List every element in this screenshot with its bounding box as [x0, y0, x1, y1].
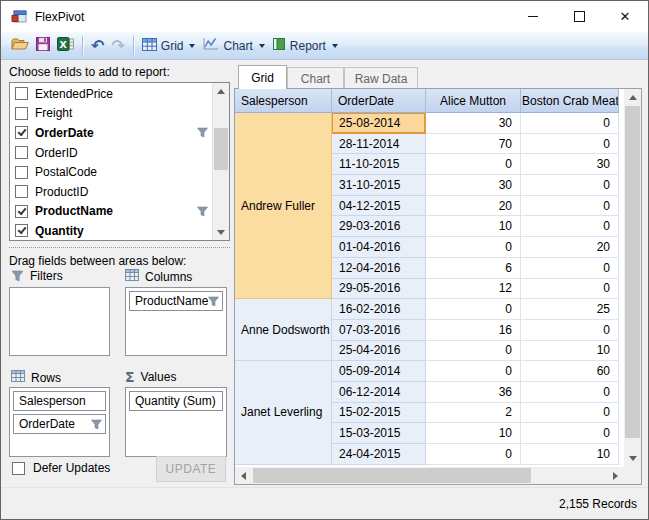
- date-cell[interactable]: 15-03-2015: [332, 423, 426, 444]
- field-item-productid[interactable]: ProductID: [10, 182, 212, 202]
- value-cell[interactable]: 0: [521, 382, 619, 403]
- field-checkbox[interactable]: [15, 185, 28, 198]
- maximize-button[interactable]: [556, 1, 602, 32]
- value-cell[interactable]: 16: [426, 320, 521, 341]
- value-cell[interactable]: 0: [426, 361, 521, 382]
- value-cell[interactable]: 0: [521, 258, 619, 279]
- value-cell[interactable]: 0: [426, 237, 521, 258]
- report-menu-button[interactable]: Report: [269, 35, 341, 57]
- scroll-up-button[interactable]: [213, 83, 229, 99]
- horizontal-scrollbar[interactable]: [235, 467, 624, 484]
- date-cell[interactable]: 29-05-2016: [332, 279, 426, 300]
- scroll-down-button[interactable]: [624, 450, 641, 467]
- date-cell[interactable]: 16-02-2016: [332, 299, 426, 320]
- field-item-freight[interactable]: Freight: [10, 104, 212, 124]
- date-cell[interactable]: 25-04-2016: [332, 341, 426, 362]
- date-cell[interactable]: 25-08-2014: [332, 113, 426, 134]
- save-button[interactable]: [33, 35, 53, 57]
- redo-button[interactable]: ↷: [108, 35, 127, 57]
- value-cell[interactable]: 12: [426, 279, 521, 300]
- field-item-productname[interactable]: ProductName: [10, 202, 212, 222]
- filter-icon[interactable]: [197, 206, 208, 217]
- field-checkbox[interactable]: [15, 107, 28, 120]
- value-cell[interactable]: 0: [426, 154, 521, 175]
- filter-icon[interactable]: [197, 127, 208, 138]
- field-checkbox[interactable]: [15, 126, 28, 139]
- date-cell[interactable]: 06-12-2014: [332, 382, 426, 403]
- pivot-field-orderdate[interactable]: OrderDate: [13, 414, 106, 434]
- value-cell[interactable]: 0: [426, 341, 521, 362]
- tab-chart[interactable]: Chart: [287, 67, 344, 89]
- values-drop-area[interactable]: Quantity (Sum): [125, 387, 227, 457]
- minimize-button[interactable]: [510, 1, 556, 32]
- field-item-orderdate[interactable]: OrderDate: [10, 123, 212, 143]
- pivot-field-quantity-sum-[interactable]: Quantity (Sum): [129, 391, 223, 411]
- date-cell[interactable]: 07-03-2016: [332, 320, 426, 341]
- field-item-postalcode[interactable]: PostalCode: [10, 162, 212, 182]
- value-cell[interactable]: 20: [426, 196, 521, 217]
- columns-drop-area[interactable]: ProductName: [125, 287, 227, 356]
- field-item-extendedprice[interactable]: ExtendedPrice: [10, 84, 212, 104]
- field-list-scrollbar[interactable]: [212, 83, 229, 240]
- value-cell[interactable]: 2: [426, 403, 521, 424]
- value-cell[interactable]: 6: [426, 258, 521, 279]
- value-cell[interactable]: 0: [521, 423, 619, 444]
- scrollbar-thumb[interactable]: [253, 468, 531, 483]
- field-checkbox[interactable]: [15, 146, 28, 159]
- pivot-field-productname[interactable]: ProductName: [129, 291, 223, 311]
- column-header-orderdate[interactable]: OrderDate: [332, 89, 426, 113]
- value-cell[interactable]: 30: [426, 113, 521, 134]
- date-cell[interactable]: 05-09-2014: [332, 361, 426, 382]
- field-checkbox[interactable]: [15, 87, 28, 100]
- value-cell[interactable]: 60: [521, 361, 619, 382]
- defer-updates-checkbox[interactable]: [12, 462, 25, 475]
- date-cell[interactable]: 31-10-2015: [332, 175, 426, 196]
- value-cell[interactable]: 25: [521, 299, 619, 320]
- date-cell[interactable]: 15-02-2015: [332, 403, 426, 424]
- value-cell[interactable]: 0: [521, 196, 619, 217]
- column-header-alice-mutton[interactable]: Alice Mutton: [426, 89, 521, 113]
- date-cell[interactable]: 29-03-2016: [332, 216, 426, 237]
- scroll-left-button[interactable]: [235, 467, 252, 484]
- scroll-down-button[interactable]: [213, 224, 229, 240]
- date-cell[interactable]: 04-12-2015: [332, 196, 426, 217]
- value-cell[interactable]: 0: [521, 320, 619, 341]
- value-cell[interactable]: 0: [521, 403, 619, 424]
- column-header-salesperson[interactable]: Salesperson: [235, 89, 332, 113]
- close-button[interactable]: ✕: [602, 1, 648, 32]
- scrollbar-thumb[interactable]: [625, 106, 640, 438]
- value-cell[interactable]: 30: [426, 175, 521, 196]
- tab-grid[interactable]: Grid: [238, 65, 287, 89]
- chart-menu-button[interactable]: Chart: [199, 35, 267, 57]
- group-cell-salesperson[interactable]: Andrew Fuller: [235, 113, 332, 299]
- date-cell[interactable]: 28-11-2014: [332, 134, 426, 155]
- grid-menu-button[interactable]: Grid: [139, 35, 199, 57]
- value-cell[interactable]: 0: [521, 216, 619, 237]
- scrollbar-thumb[interactable]: [214, 128, 228, 170]
- filter-icon[interactable]: [208, 296, 219, 307]
- date-cell[interactable]: 24-04-2015: [332, 444, 426, 465]
- update-button[interactable]: UPDATE: [156, 456, 226, 482]
- filters-drop-area[interactable]: [9, 287, 110, 356]
- date-cell[interactable]: 11-10-2015: [332, 154, 426, 175]
- value-cell[interactable]: 36: [426, 382, 521, 403]
- value-cell[interactable]: 10: [521, 444, 619, 465]
- group-cell-salesperson[interactable]: Janet Leverling: [235, 361, 332, 464]
- value-cell[interactable]: 0: [521, 175, 619, 196]
- field-item-orderid[interactable]: OrderID: [10, 143, 212, 163]
- value-cell[interactable]: 70: [426, 134, 521, 155]
- filter-icon[interactable]: [91, 419, 102, 430]
- value-cell[interactable]: 0: [426, 299, 521, 320]
- rows-drop-area[interactable]: SalespersonOrderDate: [9, 387, 110, 457]
- value-cell[interactable]: 30: [521, 154, 619, 175]
- field-item-quantity[interactable]: Quantity: [10, 221, 212, 241]
- undo-button[interactable]: ↶: [88, 35, 107, 57]
- value-cell[interactable]: 0: [426, 444, 521, 465]
- value-cell[interactable]: 0: [521, 113, 619, 134]
- tab-raw-data[interactable]: Raw Data: [344, 67, 418, 89]
- field-checkbox[interactable]: [15, 166, 28, 179]
- group-cell-salesperson[interactable]: Anne Dodsworth: [235, 299, 332, 361]
- date-cell[interactable]: 12-04-2016: [332, 258, 426, 279]
- value-cell[interactable]: 10: [426, 423, 521, 444]
- pivot-field-salesperson[interactable]: Salesperson: [13, 391, 106, 411]
